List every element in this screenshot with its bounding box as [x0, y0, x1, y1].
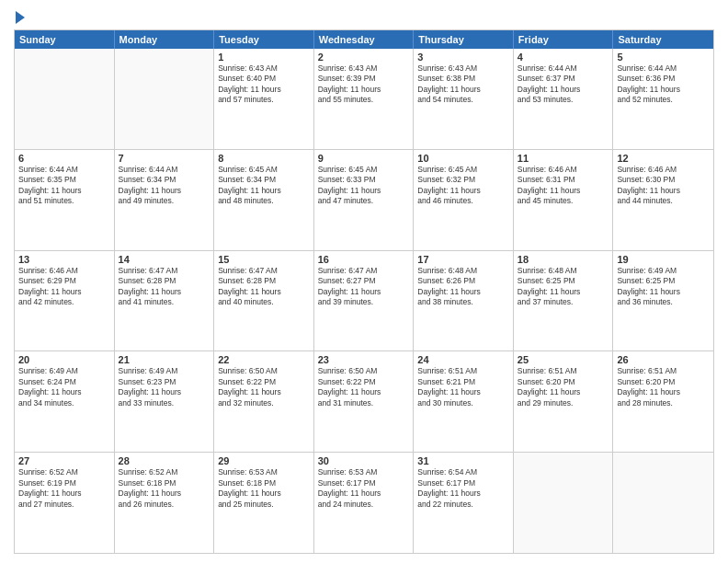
cell-line: Sunrise: 6:50 AM: [318, 366, 410, 376]
cell-line: Sunrise: 6:48 AM: [417, 266, 509, 276]
day-number: 7: [119, 153, 210, 164]
cell-line: Sunset: 6:34 PM: [119, 175, 210, 185]
calendar-cell: 4Sunrise: 6:44 AMSunset: 6:37 PMDaylight…: [514, 49, 614, 149]
cell-line: Sunrise: 6:51 AM: [617, 366, 710, 376]
calendar-row: 20Sunrise: 6:49 AMSunset: 6:24 PMDayligh…: [15, 350, 713, 452]
cell-line: Sunset: 6:22 PM: [318, 377, 410, 387]
day-number: 5: [617, 52, 710, 63]
cell-line: Daylight: 11 hours: [417, 387, 509, 397]
day-number: 19: [617, 254, 710, 265]
cell-line: Daylight: 11 hours: [417, 186, 509, 196]
cell-line: and 51 minutes.: [18, 196, 110, 206]
calendar-cell: 11Sunrise: 6:46 AMSunset: 6:31 PMDayligh…: [514, 150, 614, 250]
cell-line: Sunset: 6:20 PM: [617, 377, 710, 387]
cell-line: Daylight: 11 hours: [218, 85, 310, 95]
cell-line: Daylight: 11 hours: [617, 186, 710, 196]
calendar-cell: 5Sunrise: 6:44 AMSunset: 6:36 PMDaylight…: [613, 49, 713, 149]
cell-line: and 26 minutes.: [119, 500, 210, 510]
day-number: 28: [119, 455, 210, 466]
cell-line: Sunset: 6:35 PM: [18, 175, 110, 185]
day-number: 1: [218, 52, 310, 63]
calendar-row: 13Sunrise: 6:46 AMSunset: 6:29 PMDayligh…: [15, 250, 713, 351]
cell-line: and 54 minutes.: [417, 95, 509, 105]
cell-line: Sunset: 6:23 PM: [119, 377, 210, 387]
calendar-cell: 12Sunrise: 6:46 AMSunset: 6:30 PMDayligh…: [613, 150, 713, 250]
logo: [14, 9, 25, 24]
cell-line: and 57 minutes.: [218, 95, 310, 105]
day-number: 30: [318, 455, 410, 466]
cell-line: Sunset: 6:37 PM: [518, 74, 609, 84]
day-number: 13: [18, 254, 110, 265]
calendar-cell: 24Sunrise: 6:51 AMSunset: 6:21 PMDayligh…: [414, 351, 514, 452]
day-number: 23: [318, 354, 410, 365]
page: SundayMondayTuesdayWednesdayThursdayFrid…: [0, 0, 728, 563]
day-number: 2: [318, 52, 410, 63]
cell-line: Sunset: 6:38 PM: [417, 74, 509, 84]
cell-line: Daylight: 11 hours: [318, 287, 410, 297]
calendar-cell: 3Sunrise: 6:43 AMSunset: 6:38 PMDaylight…: [414, 49, 514, 149]
cell-line: Daylight: 11 hours: [417, 287, 509, 297]
cell-line: Sunset: 6:21 PM: [417, 377, 509, 387]
cell-line: and 44 minutes.: [617, 196, 710, 206]
cell-line: Daylight: 11 hours: [119, 287, 210, 297]
calendar-cell: [514, 453, 614, 553]
cell-line: and 34 minutes.: [18, 398, 110, 408]
calendar-cell: 2Sunrise: 6:43 AMSunset: 6:39 PMDaylight…: [314, 49, 415, 149]
cell-line: and 48 minutes.: [218, 196, 310, 206]
cell-line: Sunrise: 6:46 AM: [617, 165, 710, 175]
cell-line: and 49 minutes.: [119, 196, 210, 206]
calendar-cell: [613, 453, 713, 553]
cell-line: Sunset: 6:30 PM: [617, 175, 710, 185]
cell-line: and 55 minutes.: [318, 95, 410, 105]
header: [14, 9, 714, 24]
calendar-header: SundayMondayTuesdayWednesdayThursdayFrid…: [15, 30, 713, 49]
cell-line: Sunrise: 6:49 AM: [18, 366, 110, 376]
cell-line: Sunrise: 6:53 AM: [318, 467, 410, 477]
day-number: 16: [318, 254, 410, 265]
calendar-header-cell: Sunday: [15, 30, 115, 49]
cell-line: Sunset: 6:22 PM: [218, 377, 310, 387]
cell-line: Daylight: 11 hours: [318, 488, 410, 499]
calendar-cell: 29Sunrise: 6:53 AMSunset: 6:18 PMDayligh…: [214, 453, 314, 553]
cell-line: Daylight: 11 hours: [18, 387, 110, 397]
cell-line: Sunset: 6:17 PM: [417, 478, 509, 488]
cell-line: Sunset: 6:17 PM: [318, 478, 410, 488]
cell-line: Daylight: 11 hours: [218, 287, 310, 297]
cell-line: and 39 minutes.: [318, 297, 410, 307]
cell-line: Sunset: 6:24 PM: [18, 377, 110, 387]
day-number: 17: [417, 254, 509, 265]
calendar-row: 1Sunrise: 6:43 AMSunset: 6:40 PMDaylight…: [15, 49, 713, 149]
calendar-cell: 7Sunrise: 6:44 AMSunset: 6:34 PMDaylight…: [115, 150, 215, 250]
day-number: 14: [119, 254, 210, 265]
day-number: 27: [18, 455, 110, 466]
cell-line: and 31 minutes.: [318, 398, 410, 408]
cell-line: Daylight: 11 hours: [318, 85, 410, 95]
cell-line: Daylight: 11 hours: [417, 488, 509, 499]
cell-line: and 29 minutes.: [518, 398, 609, 408]
day-number: 25: [518, 354, 609, 365]
cell-line: and 30 minutes.: [417, 398, 509, 408]
calendar-cell: 15Sunrise: 6:47 AMSunset: 6:28 PMDayligh…: [214, 251, 314, 351]
calendar-cell: 30Sunrise: 6:53 AMSunset: 6:17 PMDayligh…: [314, 453, 415, 553]
cell-line: Sunset: 6:25 PM: [617, 276, 710, 286]
cell-line: Sunrise: 6:45 AM: [218, 165, 310, 175]
day-number: 15: [218, 254, 310, 265]
calendar-cell: 8Sunrise: 6:45 AMSunset: 6:34 PMDaylight…: [214, 150, 314, 250]
cell-line: Daylight: 11 hours: [518, 85, 609, 95]
cell-line: Sunrise: 6:43 AM: [417, 63, 509, 74]
cell-line: and 25 minutes.: [218, 500, 310, 510]
calendar-cell: 27Sunrise: 6:52 AMSunset: 6:19 PMDayligh…: [15, 453, 115, 553]
cell-line: Sunset: 6:25 PM: [518, 276, 609, 286]
cell-line: Sunrise: 6:52 AM: [119, 467, 210, 477]
cell-line: Sunset: 6:26 PM: [417, 276, 509, 286]
cell-line: and 52 minutes.: [617, 95, 710, 105]
cell-line: Sunset: 6:36 PM: [617, 74, 710, 84]
cell-line: Sunset: 6:28 PM: [218, 276, 310, 286]
cell-line: and 32 minutes.: [218, 398, 310, 408]
cell-line: Sunrise: 6:47 AM: [318, 266, 410, 276]
cell-line: Sunset: 6:40 PM: [218, 74, 310, 84]
cell-line: Sunrise: 6:44 AM: [617, 63, 710, 74]
cell-line: Daylight: 11 hours: [119, 387, 210, 397]
day-number: 22: [218, 354, 310, 365]
day-number: 24: [417, 354, 509, 365]
